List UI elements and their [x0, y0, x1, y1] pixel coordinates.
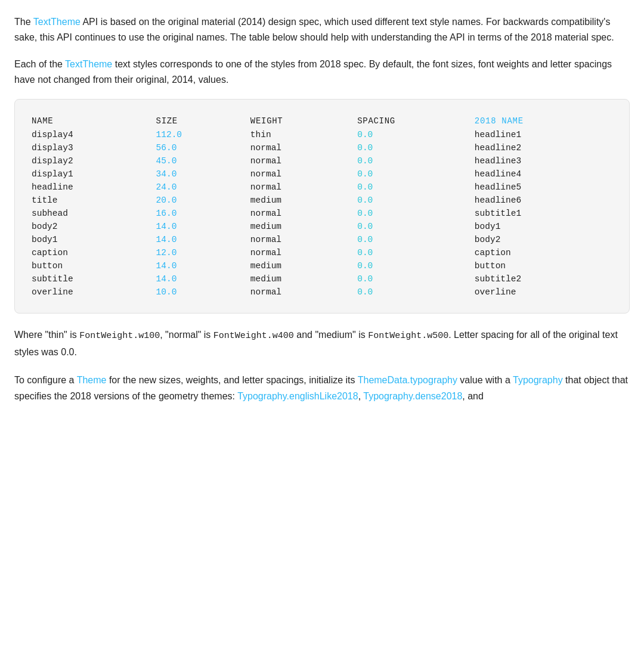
footer-paragraph-2: To configure a Theme for the new sizes, …: [14, 372, 630, 404]
cell-2018name: headline1: [475, 128, 612, 141]
cell-weight: medium: [250, 272, 357, 286]
cell-2018name: headline4: [475, 167, 612, 181]
code-fontweight-w500: FontWeight.w500: [368, 331, 448, 341]
cell-name: display4: [32, 128, 156, 141]
cell-weight: normal: [250, 286, 357, 299]
intro-paragraph-1: The TextTheme API is based on the origin…: [14, 14, 630, 45]
cell-2018name: headline5: [475, 181, 612, 194]
cell-weight: normal: [250, 233, 357, 246]
cell-2018name: body2: [475, 233, 612, 246]
cell-spacing: 0.0: [357, 233, 475, 246]
cell-weight: normal: [250, 207, 357, 220]
footer-section-1: Where "thin" is FontWeight.w100, "normal…: [14, 327, 630, 360]
cell-spacing: 0.0: [357, 141, 475, 154]
cell-name: display1: [32, 167, 156, 181]
cell-size: 12.0: [156, 246, 250, 259]
cell-weight: normal: [250, 167, 357, 181]
intro-section-2: Each of the TextTheme text styles corres…: [14, 57, 630, 87]
table-row: body114.0normal0.0body2: [32, 233, 612, 246]
intro-section-1: The TextTheme API is based on the origin…: [14, 14, 630, 45]
cell-name: caption: [32, 246, 156, 259]
cell-name: display3: [32, 141, 156, 154]
cell-2018name: subtitle2: [475, 272, 612, 286]
table-row: button14.0medium0.0button: [32, 259, 612, 272]
cell-spacing: 0.0: [357, 286, 475, 299]
table-row: headline24.0normal0.0headline5: [32, 181, 612, 194]
theme-link[interactable]: Theme: [77, 375, 107, 385]
cell-2018name: subtitle1: [475, 207, 612, 220]
table-row: display4112.0thin0.0headline1: [32, 128, 612, 141]
cell-weight: normal: [250, 154, 357, 167]
cell-weight: medium: [250, 259, 357, 272]
cell-weight: medium: [250, 194, 357, 207]
cell-weight: normal: [250, 141, 357, 154]
typography-table: NAME SIZE WEIGHT SPACING 2018 NAME displ…: [32, 114, 612, 299]
cell-name: body2: [32, 220, 156, 233]
table-row: title20.0medium0.0headline6: [32, 194, 612, 207]
table-row: body214.0medium0.0body1: [32, 220, 612, 233]
table-row: subtitle14.0medium0.0subtitle2: [32, 272, 612, 286]
cell-2018name: overline: [475, 286, 612, 299]
table-row: display356.0normal0.0headline2: [32, 141, 612, 154]
typography-link[interactable]: Typography: [513, 375, 563, 385]
cell-spacing: 0.0: [357, 272, 475, 286]
cell-name: title: [32, 194, 156, 207]
footer-section-2: To configure a Theme for the new sizes, …: [14, 372, 630, 404]
cell-name: button: [32, 259, 156, 272]
cell-spacing: 0.0: [357, 167, 475, 181]
cell-name: subtitle: [32, 272, 156, 286]
cell-2018name: headline3: [475, 154, 612, 167]
cell-weight: medium: [250, 220, 357, 233]
cell-size: 112.0: [156, 128, 250, 141]
cell-size: 16.0: [156, 207, 250, 220]
cell-spacing: 0.0: [357, 194, 475, 207]
themedata-typography-link[interactable]: ThemeData.typography: [358, 375, 457, 385]
table-row: overline10.0normal0.0overline: [32, 286, 612, 299]
cell-name: display2: [32, 154, 156, 167]
cell-2018name: body1: [475, 220, 612, 233]
cell-spacing: 0.0: [357, 259, 475, 272]
cell-size: 14.0: [156, 259, 250, 272]
cell-spacing: 0.0: [357, 220, 475, 233]
col-header-weight: WEIGHT: [250, 114, 357, 128]
footer-paragraph-1: Where "thin" is FontWeight.w100, "normal…: [14, 327, 630, 360]
col-header-spacing: SPACING: [357, 114, 475, 128]
cell-size: 20.0: [156, 194, 250, 207]
cell-weight: normal: [250, 246, 357, 259]
typography-dense2018-link[interactable]: Typography.dense2018: [363, 391, 462, 401]
cell-size: 14.0: [156, 272, 250, 286]
cell-size: 56.0: [156, 141, 250, 154]
cell-size: 14.0: [156, 233, 250, 246]
code-fontweight-w400: FontWeight.w400: [213, 331, 294, 341]
table-row: display245.0normal0.0headline3: [32, 154, 612, 167]
cell-name: subhead: [32, 207, 156, 220]
cell-name: overline: [32, 286, 156, 299]
text-theme-link-2[interactable]: TextTheme: [65, 59, 112, 69]
code-fontweight-w100: FontWeight.w100: [79, 331, 160, 341]
cell-name: body1: [32, 233, 156, 246]
typography-englishlike2018-link[interactable]: Typography.englishLike2018: [237, 391, 358, 401]
col-header-size: SIZE: [156, 114, 250, 128]
cell-2018name: caption: [475, 246, 612, 259]
cell-spacing: 0.0: [357, 246, 475, 259]
cell-spacing: 0.0: [357, 154, 475, 167]
typography-table-container: NAME SIZE WEIGHT SPACING 2018 NAME displ…: [14, 99, 630, 314]
table-row: caption12.0normal0.0caption: [32, 246, 612, 259]
table-row: subhead16.0normal0.0subtitle1: [32, 207, 612, 220]
cell-spacing: 0.0: [357, 181, 475, 194]
cell-weight: thin: [250, 128, 357, 141]
cell-2018name: headline6: [475, 194, 612, 207]
cell-size: 34.0: [156, 167, 250, 181]
table-header-row: NAME SIZE WEIGHT SPACING 2018 NAME: [32, 114, 612, 128]
table-row: display134.0normal0.0headline4: [32, 167, 612, 181]
cell-size: 24.0: [156, 181, 250, 194]
cell-2018name: headline2: [475, 141, 612, 154]
text-theme-link-1[interactable]: TextTheme: [33, 17, 80, 27]
cell-size: 45.0: [156, 154, 250, 167]
cell-name: headline: [32, 181, 156, 194]
cell-weight: normal: [250, 181, 357, 194]
cell-spacing: 0.0: [357, 207, 475, 220]
col-header-2018name: 2018 NAME: [475, 114, 612, 128]
cell-size: 10.0: [156, 286, 250, 299]
col-header-name: NAME: [32, 114, 156, 128]
